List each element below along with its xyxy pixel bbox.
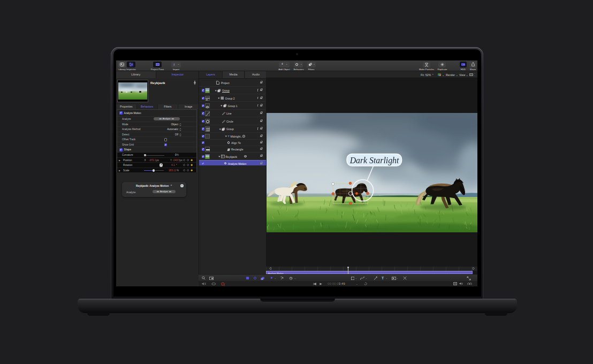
svg-text:Dark Starlight: Dark Starlight [349,156,399,165]
